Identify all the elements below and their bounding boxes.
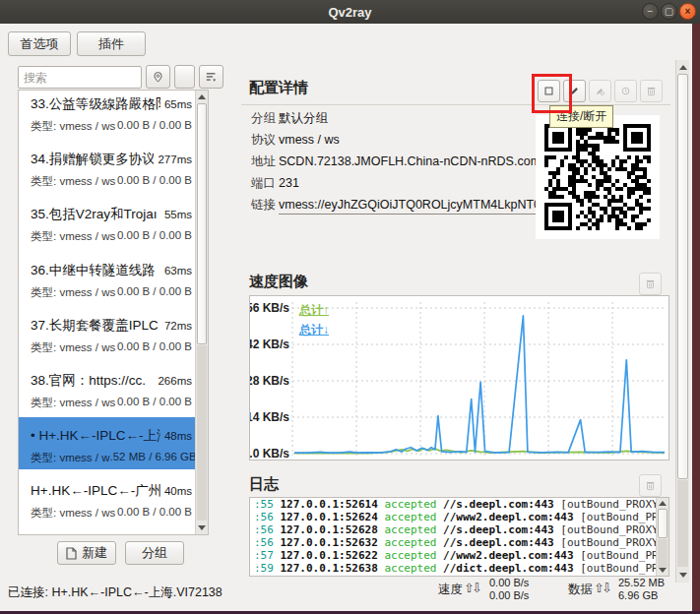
server-list-item[interactable]: H+.HK←-IPLC←-广州.V40ms类型: vmess / ws0.00 …: [19, 482, 197, 521]
server-list-item[interactable]: 35.包括V2ray和Trojaı55ms类型: vmess / ws0.00 …: [19, 206, 197, 244]
server-traffic: 0.00 B / 0.00 B: [117, 285, 192, 300]
server-latency: 40ms: [164, 485, 192, 497]
new-connection-button[interactable]: 新建: [57, 541, 116, 565]
clear-log-button[interactable]: [639, 474, 662, 497]
scrollbar-trough[interactable]: [677, 480, 688, 567]
legend-total-up[interactable]: 总计↑: [299, 302, 329, 319]
config-field-分组: 分组默认分组: [251, 110, 328, 127]
server-list-item[interactable]: • H+.HK←-IPLC←-上海48ms类型: vmess / w.52 MB…: [19, 427, 197, 465]
main-scrollbar[interactable]: [675, 60, 689, 583]
field-value: SCDN.72138.JMOFLH.China-nCDN-nRDS.com: [279, 154, 541, 168]
desktop-edge-right: [692, 24, 700, 614]
server-latency: 63ms: [164, 265, 192, 276]
field-label: 端口: [251, 175, 279, 192]
config-field-协议: 协议vmess / ws: [251, 132, 340, 149]
server-title: H+.HK←-IPLC←-: [31, 533, 188, 535]
server-traffic: 0.00 B / 0.00 B: [117, 119, 192, 134]
scroll-down-icon[interactable]: [679, 573, 687, 578]
scroll-down-icon[interactable]: [198, 525, 206, 530]
new-document-icon: [66, 547, 77, 560]
preferences-button[interactable]: 首选项: [8, 31, 71, 56]
log-line: :59 127.0.0.1:52638 accepted //dict.deep…: [250, 562, 668, 575]
edit-json-button[interactable]: [589, 80, 611, 102]
qr-code-canvas: [544, 124, 651, 230]
field-value: vmess / ws: [279, 133, 340, 147]
speed-values: 0.00 B/s 0.00 B/s: [489, 577, 529, 601]
edit-json-icon: [596, 85, 605, 97]
server-latency: 72ms: [164, 320, 192, 332]
scrollbar-thumb[interactable]: [677, 74, 688, 479]
svg-text:56 KB/s: 56 KB/s: [250, 301, 289, 315]
scroll-up-icon[interactable]: [198, 94, 206, 99]
maximize-icon[interactable]: ▢: [661, 3, 677, 20]
svg-text:28 KB/s: 28 KB/s: [250, 374, 289, 388]
legend-total-down[interactable]: 总计↓: [299, 322, 329, 338]
log-scrollbar[interactable]: [656, 498, 668, 576]
field-label: 地址: [251, 154, 279, 170]
server-title: 37.长期套餐覆盖IPLC: [31, 317, 160, 335]
server-list-item[interactable]: 33.公益等级線路嚴格阝65ms类型: vmess / ws0.00 B / 0…: [19, 95, 197, 134]
scroll-up-icon[interactable]: [679, 65, 687, 70]
scrollbar-thumb[interactable]: [197, 103, 207, 344]
svg-text:0.0 KB/s: 0.0 KB/s: [250, 447, 289, 460]
server-list-item[interactable]: 37.长期套餐覆盖IPLC72ms类型: vmess / ws0.00 B / …: [19, 317, 197, 355]
latency-test-icon: [621, 85, 630, 97]
svg-text:14 KB/s: 14 KB/s: [250, 410, 289, 424]
speed-down-value: 0.00 B/s: [489, 589, 529, 602]
log-line: :56 127.0.0.1:52632 accepted //s.deepl.c…: [250, 536, 668, 549]
config-field-地址: 地址SCDN.72138.JMOFLH.China-nCDN-nRDS.com: [251, 154, 541, 170]
clear-graph-button[interactable]: [639, 273, 662, 295]
server-latency: 277ms: [158, 154, 192, 165]
plugins-button[interactable]: 插件: [77, 31, 146, 56]
group-button[interactable]: 分组: [125, 541, 184, 565]
log-line: :57 127.0.0.1:52622 accepted //www2.deep…: [250, 549, 668, 562]
data-down-value: 6.96 GB: [618, 589, 665, 602]
server-list-scrollbar[interactable]: [195, 91, 208, 534]
test-latency-button[interactable]: [614, 80, 637, 102]
server-latency: 48ms: [164, 430, 192, 442]
location-pin-icon[interactable]: [146, 65, 170, 89]
blank-button[interactable]: [174, 65, 195, 89]
log-line: :56 127.0.0.1:52624 accepted //www2.deep…: [250, 511, 668, 523]
close-icon[interactable]: ×: [679, 3, 696, 20]
server-type: 类型: vmess / ws: [31, 119, 115, 134]
config-detail-title: 配置详情: [249, 79, 308, 97]
scrollbar-trough[interactable]: [197, 345, 207, 521]
scrollbar-thumb[interactable]: [658, 509, 668, 538]
speed-up-value: 0.00 B/s: [489, 577, 529, 589]
minimize-icon[interactable]: −: [642, 3, 659, 20]
scrollbar-trough[interactable]: [658, 539, 668, 568]
server-list-item[interactable]: 38.官网：https://cc.266ms类型: vmess / ws0.00…: [19, 372, 197, 410]
connected-status: 已连接: H+.HK←-IPLC←-上海.VI72138: [8, 584, 223, 601]
server-title: H+.HK←-IPLC←-广州.V: [31, 482, 160, 500]
svg-text:42 KB/s: 42 KB/s: [250, 338, 289, 351]
server-type: 类型: vmess / ws: [31, 285, 115, 300]
titlebar[interactable]: Qv2ray − ▢ ×: [0, 0, 700, 24]
server-list-item[interactable]: 36.中继中转隧道线路63ms类型: vmess / ws0.00 B / 0.…: [19, 262, 197, 300]
server-traffic: 0.00 B / 0.00 B: [117, 506, 192, 521]
trash-icon: [646, 277, 655, 290]
server-latency: 266ms: [158, 375, 192, 387]
search-input[interactable]: [18, 66, 142, 89]
server-list-item[interactable]: H+.HK←-IPLC←-: [19, 533, 197, 535]
data-up-value: 25.52 MB: [618, 577, 665, 589]
sort-icon[interactable]: [199, 65, 223, 89]
field-value[interactable]: vmess://eyJhZGQiOiJTQ0ROLjcyMTM4LkpNT0ZM…: [279, 198, 537, 215]
server-traffic: 0.00 B / 0.00 B: [117, 174, 192, 189]
server-traffic: .52 MB / 6.96 GB: [110, 451, 197, 465]
server-traffic: 0.00 B / 0.00 B: [117, 396, 192, 410]
server-list: 33.公益等级線路嚴格阝65ms类型: vmess / ws0.00 B / 0…: [18, 90, 209, 535]
field-label: 链接: [251, 197, 279, 214]
scroll-up-icon[interactable]: [659, 501, 667, 506]
server-type: 类型: vmess / ws: [31, 340, 115, 355]
server-list-item[interactable]: 34.捐赠解锁更多协议277ms类型: vmess / ws0.00 B / 0…: [19, 151, 197, 189]
delete-config-button[interactable]: [640, 80, 663, 102]
scroll-down-icon[interactable]: [659, 568, 667, 573]
server-title: • H+.HK←-IPLC←-上海: [31, 427, 160, 445]
field-label: 分组: [251, 110, 279, 127]
server-type: 类型: vmess / ws: [31, 396, 115, 410]
qr-code: [536, 115, 660, 239]
server-latency: 55ms: [164, 209, 192, 220]
server-title: 36.中继中转隧道线路: [31, 262, 160, 279]
window-title: Qv2ray: [328, 5, 371, 20]
